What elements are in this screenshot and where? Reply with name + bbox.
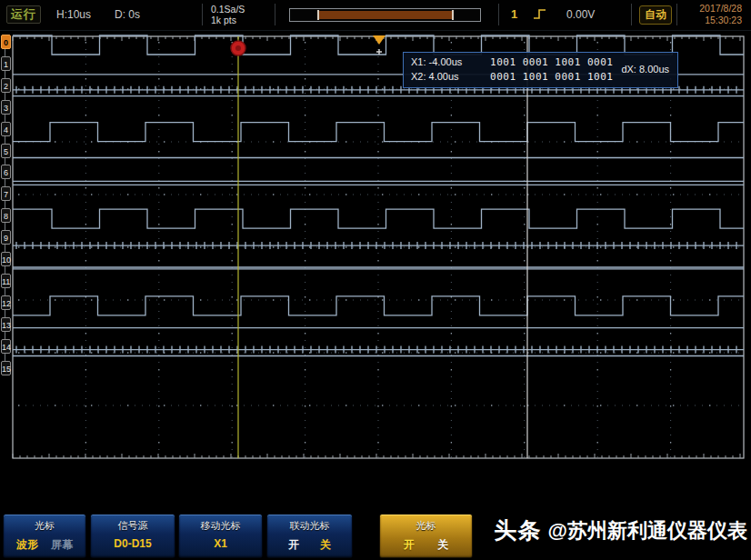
softkey-label: 移动光标 — [179, 519, 262, 533]
channel-label-11[interactable]: 11 — [1, 274, 11, 288]
channel-label-8[interactable]: 8 — [1, 208, 11, 223]
cursor-x2-row: X2: 4.00us 0001 1001 0001 1001 — [411, 71, 613, 83]
cursor-readout-box: X1: -4.00us 1001 0001 1001 0001 X2: 4.00… — [403, 52, 678, 88]
trigger-slope-icon — [533, 8, 547, 21]
watermark: 头条 @苏州新利通仪器仪表 — [495, 515, 747, 545]
time: 15:30:23 — [680, 15, 742, 26]
softkey-value-D0-D15[interactable]: D0-D15 — [114, 537, 151, 550]
softkey-label: 联动光标 — [267, 519, 352, 533]
position-bar-marker-right — [452, 10, 454, 20]
separator — [275, 4, 275, 25]
trigger-mode-badge: 自动 — [639, 5, 672, 25]
cursor-x1-label: X1: -4.00us — [411, 56, 487, 67]
delay-readout: D: 0s — [115, 8, 140, 21]
softkey-values: 开关 — [267, 537, 352, 553]
cursor-x1-bus-value: 1001 0001 1001 0001 — [490, 56, 613, 68]
trigger-point-cross-icon — [376, 49, 382, 55]
softkey-value-关[interactable]: 关 — [320, 537, 331, 553]
waveform-channel-14 — [13, 346, 744, 354]
softkey-value-屏幕[interactable]: 屏幕 — [51, 537, 73, 553]
channel-label-6[interactable]: 6 — [1, 165, 11, 179]
channel-label-3[interactable]: 3 — [1, 100, 11, 115]
channel-label-15[interactable]: 15 — [1, 361, 11, 375]
channel-label-1[interactable]: 1 — [1, 56, 11, 71]
softkey-button-2[interactable]: 信号源D0-D15 — [90, 514, 175, 558]
acquisition-info: 0.1Sa/S 1k pts — [211, 4, 245, 25]
channel-label-2[interactable]: 2 — [1, 78, 11, 93]
softkey-label: 光标 — [380, 519, 472, 533]
trigger-event-marker-center — [235, 45, 241, 51]
trigger-source: 1 — [511, 7, 517, 21]
trigger-position-marker[interactable] — [373, 35, 386, 45]
run-status: 运行 — [6, 5, 41, 24]
watermark-logo-text: 头条 — [495, 515, 542, 545]
softkey-value-X1[interactable]: X1 — [214, 537, 227, 550]
channel-label-0[interactable]: 0 — [1, 35, 11, 49]
oscilloscope-screen: 运行 H:10us D: 0s 0.1Sa/S 1k pts 1 0.00V 自… — [0, 0, 751, 560]
cursor-delta-readout: dX: 8.00us — [621, 64, 669, 75]
softkey-label: 信号源 — [91, 519, 175, 533]
softkey-values: 开关 — [380, 537, 472, 553]
channel-label-column: 0123456789101112131415 — [0, 0, 13, 505]
datetime-readout: 2017/8/28 15:30:23 — [680, 3, 742, 26]
top-status-bar: 运行 H:10us D: 0s 0.1Sa/S 1k pts 1 0.00V 自… — [0, 0, 751, 31]
softkey-button-3[interactable]: 移动光标X1 — [178, 514, 263, 558]
cursor-x2-label: X2: 4.00us — [411, 71, 487, 82]
softkey-value-波形[interactable]: 波形 — [16, 537, 38, 553]
softkey-values: X1 — [179, 537, 262, 550]
channel-label-10[interactable]: 10 — [1, 252, 11, 266]
waveform-channel-9 — [13, 242, 744, 249]
softkey-values: D0-D15 — [91, 537, 175, 550]
date: 2017/8/28 — [680, 3, 742, 15]
horizontal-scale: H:10us — [56, 8, 91, 21]
softkey-button-1[interactable]: 光标波形屏幕 — [3, 514, 86, 558]
sample-rate: 0.1Sa/S — [211, 4, 245, 15]
softkey-label: 光标 — [4, 519, 85, 533]
position-bar-fill — [319, 11, 454, 19]
channel-label-9[interactable]: 9 — [1, 230, 11, 245]
channel-label-12[interactable]: 12 — [1, 295, 11, 310]
watermark-account-text: @苏州新利通仪器仪表 — [548, 517, 747, 545]
channel-label-4[interactable]: 4 — [1, 122, 11, 136]
softkey-value-开[interactable]: 开 — [288, 537, 299, 553]
horizontal-position-bar[interactable] — [289, 8, 481, 22]
channel-label-7[interactable]: 7 — [1, 186, 11, 201]
waveform-channel-12 — [13, 296, 744, 315]
softkey-button-5[interactable]: 光标开关 — [379, 514, 473, 558]
separator — [631, 4, 632, 25]
separator — [676, 4, 677, 25]
cursor-x2-bus-value: 0001 1001 0001 1001 — [490, 71, 613, 83]
position-bar-marker-left — [317, 10, 319, 20]
separator — [202, 4, 203, 25]
softkey-button-4[interactable]: 联动光标开关 — [266, 514, 353, 558]
channel-label-13[interactable]: 13 — [1, 317, 11, 332]
trigger-level: 0.00V — [566, 8, 595, 21]
channel-label-14[interactable]: 14 — [1, 339, 11, 354]
waveform-channel-4 — [13, 123, 744, 142]
cursor-x1-row: X1: -4.00us 1001 0001 1001 0001 — [411, 56, 613, 68]
channel-label-5[interactable]: 5 — [1, 144, 11, 158]
waveform-channel-8 — [13, 209, 744, 228]
separator — [498, 4, 499, 25]
softkey-value-开[interactable]: 开 — [404, 537, 415, 553]
softkey-values: 波形屏幕 — [4, 537, 85, 553]
memory-depth: 1k pts — [211, 15, 245, 25]
softkey-value-关[interactable]: 关 — [437, 537, 448, 553]
